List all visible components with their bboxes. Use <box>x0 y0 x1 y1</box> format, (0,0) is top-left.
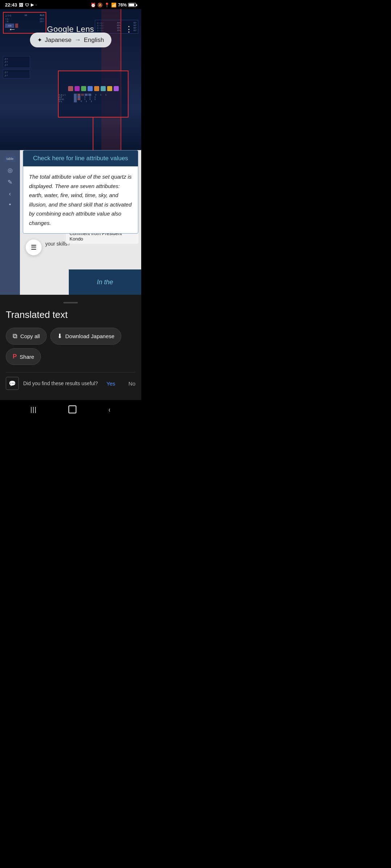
share-label: Share <box>20 354 34 360</box>
sidebar-translate-icon: ◎ <box>8 167 13 174</box>
feedback-yes-button[interactable]: Yes <box>106 380 115 387</box>
download-japanese-button[interactable]: ⬇ Download Japanese <box>50 328 121 345</box>
card-header-text: Check here for line attribute values <box>33 155 128 162</box>
app-title: Google Lens <box>47 25 94 34</box>
download-icon: ⬇ <box>57 332 62 340</box>
filter-button[interactable]: ☰ <box>26 239 42 255</box>
feedback-chat-icon: 💬 <box>9 380 16 387</box>
home-button[interactable] <box>68 405 76 413</box>
bottom-sheet-title: Translated text <box>6 309 135 320</box>
download-japanese-label: Download Japanese <box>65 333 114 339</box>
translation-card: Check here for line attribute values The… <box>23 150 138 234</box>
connector-line <box>93 118 93 150</box>
bottom-partial-area: ☰ your skills? Comment from President Ko… <box>23 234 138 258</box>
card-header: Check here for line attribute values <box>23 150 138 166</box>
blue-panel-partial: In the <box>69 269 141 295</box>
status-bar: 22:43 🖼 🛡 ▶ • ⏰ 🔕 📍 📶 76% <box>0 0 141 9</box>
system-navigation: ||| ‹ <box>0 400 141 419</box>
battery-icon <box>128 3 136 7</box>
status-indicators: ⏰ 🔕 📍 📶 76% <box>91 3 136 8</box>
status-time: 22:43 🖼 🛡 ▶ • <box>5 2 37 8</box>
card-body: The total attribute value of the set qua… <box>23 166 138 233</box>
feedback-icon: 💬 <box>6 377 19 390</box>
back-button[interactable]: ← <box>6 23 19 36</box>
main-content-area: Check here for line attribute values The… <box>20 150 141 258</box>
share-icon: P <box>13 353 17 360</box>
sheet-handle <box>63 302 78 303</box>
feedback-no-button[interactable]: No <box>129 380 135 387</box>
selected-area-box: ちきゅう 2 1 1 みず 1 1 <box>58 71 129 118</box>
action-buttons: ⧉ Copy all ⬇ Download Japanese P Share <box>6 328 135 365</box>
image-area: ふつう 10 BLD さあ・・ 100.1 ご覧 122.7 画像 さ7 さ7 <box>0 9 141 150</box>
sidebar-back-icon: ‹ <box>9 191 11 197</box>
copy-all-label: Copy all <box>20 333 40 339</box>
feedback-row: 💬 Did you find these results useful? Yes… <box>6 372 135 394</box>
copy-icon: ⧉ <box>13 332 17 340</box>
sidebar-edit-icon: ✎ <box>8 179 12 186</box>
more-button[interactable]: ⋮ <box>122 23 135 36</box>
recent-apps-button[interactable]: ||| <box>30 406 37 413</box>
top-nav: ← Google Lens ⋮ <box>0 20 141 39</box>
filter-icon: ☰ <box>31 243 37 251</box>
content-section: table ◎ ✎ ‹ ● Check here for line attrib… <box>0 150 141 295</box>
bottom-sheet: Translated text ⧉ Copy all ⬇ Download Ja… <box>0 295 141 400</box>
card-body-text: The total attribute value of the set qua… <box>29 172 132 227</box>
feedback-question: Did you find these results useful? <box>23 380 102 386</box>
back-nav-button[interactable]: ‹ <box>109 405 110 414</box>
copy-all-button[interactable]: ⧉ Copy all <box>6 328 47 345</box>
left-sidebar: table ◎ ✎ ‹ ● <box>0 150 20 295</box>
sidebar-tag: table <box>5 156 16 162</box>
share-button[interactable]: P Share <box>6 348 41 365</box>
blue-panel-text: In the <box>97 278 113 286</box>
sidebar-dot-icon: ● <box>9 202 11 206</box>
